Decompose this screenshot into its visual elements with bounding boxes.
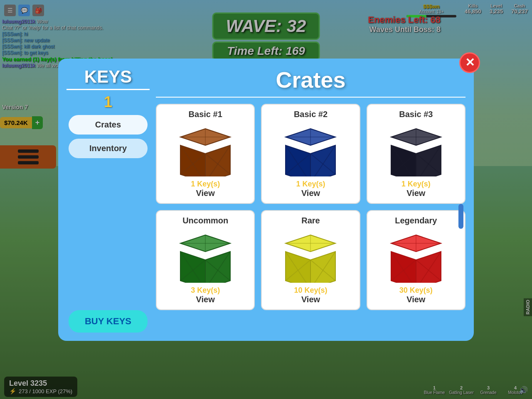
crate-visual-2: [383, 122, 449, 176]
keys-title: KEYS: [66, 67, 150, 90]
buy-keys-button[interactable]: BUY KEYS: [69, 310, 148, 333]
crate-card-2[interactable]: Basic #3 1 Key(s) View: [367, 104, 466, 204]
crate-card-1[interactable]: Basic #2 1 Key(s) View: [261, 104, 360, 204]
panel-divider: [156, 97, 466, 98]
modal-right-panel: Crates Basic #1 1 Key(s) View Basic #2: [156, 67, 466, 333]
crate-name-5: Legendary: [372, 216, 460, 225]
inventory-nav-button[interactable]: Inventory: [69, 139, 148, 158]
scroll-track[interactable]: [458, 204, 463, 287]
crate-visual-5: [383, 229, 449, 283]
crate-keys-4: 10 Key(s): [267, 286, 354, 295]
crate-keys-2: 1 Key(s): [372, 180, 460, 188]
crate-view-2: View: [372, 188, 460, 198]
crate-card-3[interactable]: Uncommon 3 Key(s) View: [156, 210, 255, 310]
keys-section: KEYS 1: [66, 67, 150, 111]
crate-view-4: View: [267, 295, 354, 304]
crate-visual-1: [277, 122, 344, 176]
crate-keys-3: 3 Key(s): [162, 286, 249, 295]
panel-title: Crates: [156, 67, 466, 93]
crate-card-4[interactable]: Rare 10 Key(s) View: [261, 210, 360, 310]
crate-name-3: Uncommon: [162, 216, 249, 225]
crate-view-5: View: [372, 295, 460, 304]
crate-name-0: Basic #1: [162, 110, 249, 119]
crate-card-0[interactable]: Basic #1 1 Key(s) View: [156, 104, 255, 204]
crates-grid: Basic #1 1 Key(s) View Basic #2: [156, 104, 466, 310]
crates-nav-button[interactable]: Crates: [69, 115, 148, 135]
crate-view-1: View: [267, 188, 354, 198]
close-button[interactable]: ✕: [459, 52, 480, 73]
keys-count: 1: [66, 93, 150, 111]
close-icon: ✕: [465, 56, 475, 69]
crate-name-1: Basic #2: [267, 110, 354, 119]
scroll-thumb: [458, 204, 463, 229]
crates-modal: ✕ KEYS 1 Crates Inventory BUY KEYS Crate…: [58, 59, 474, 341]
modal-overlay: ✕ KEYS 1 Crates Inventory BUY KEYS Crate…: [0, 0, 532, 399]
crate-keys-0: 1 Key(s): [162, 180, 249, 188]
crate-visual-4: [277, 229, 344, 283]
modal-left-panel: KEYS 1 Crates Inventory BUY KEYS: [66, 67, 150, 333]
crate-visual-0: [172, 122, 239, 176]
crate-view-0: View: [162, 188, 249, 198]
crate-keys-5: 30 Key(s): [372, 286, 460, 295]
crate-name-2: Basic #3: [372, 110, 460, 119]
crate-name-4: Rare: [267, 216, 354, 225]
crate-card-5[interactable]: Legendary 30 Key(s) View: [367, 210, 466, 310]
crate-view-3: View: [162, 295, 249, 304]
crate-visual-3: [172, 229, 239, 283]
crate-keys-1: 1 Key(s): [267, 180, 354, 188]
